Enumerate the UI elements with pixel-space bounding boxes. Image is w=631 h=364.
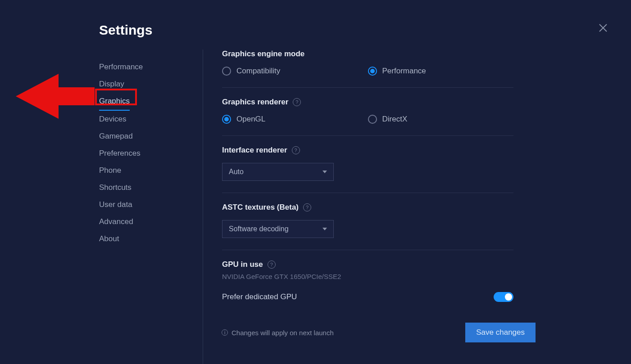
gpu-title-text: GPU in use xyxy=(222,260,263,269)
sidebar-item-display[interactable]: Display xyxy=(99,76,203,93)
sidebar-item-gamepad[interactable]: Gamepad xyxy=(99,128,203,145)
page-title: Settings xyxy=(99,22,203,38)
renderer-title-text: Graphics renderer xyxy=(222,98,288,107)
sidebar-item-shortcuts[interactable]: Shortcuts xyxy=(99,179,203,196)
sidebar-item-graphics[interactable]: Graphics xyxy=(99,93,130,111)
select-value: Software decoding xyxy=(229,225,289,233)
radio-opengl[interactable]: OpenGL xyxy=(222,115,368,124)
radio-performance[interactable]: Performance xyxy=(368,67,514,76)
astc-select[interactable]: Software decoding xyxy=(222,220,334,238)
radio-label: Performance xyxy=(382,67,426,76)
chevron-down-icon xyxy=(322,228,327,230)
interface-renderer-select[interactable]: Auto xyxy=(222,163,334,181)
radio-compatibility[interactable]: Compatibility xyxy=(222,67,368,76)
chevron-down-icon xyxy=(322,171,327,173)
gpu-title: GPU in use ? xyxy=(222,260,513,269)
prefer-gpu-toggle[interactable] xyxy=(494,292,513,302)
prefer-gpu-label: Prefer dedicated GPU xyxy=(222,292,297,301)
interface-renderer-title-text: Interface renderer xyxy=(222,146,287,155)
radio-label: DirectX xyxy=(382,115,408,124)
help-icon[interactable]: ? xyxy=(303,203,311,211)
radio-icon xyxy=(368,115,377,124)
sidebar-item-phone[interactable]: Phone xyxy=(99,162,203,179)
sidebar-item-advanced[interactable]: Advanced xyxy=(99,213,203,230)
gpu-detail: NVIDIA GeForce GTX 1650/PCIe/SSE2 xyxy=(222,273,513,280)
radio-icon xyxy=(368,67,377,76)
info-icon: i xyxy=(222,329,228,336)
radio-directx[interactable]: DirectX xyxy=(368,115,514,124)
sidebar: Settings Performance Display Graphics De… xyxy=(0,22,203,364)
help-icon[interactable]: ? xyxy=(268,261,276,269)
astc-title-text: ASTC textures (Beta) xyxy=(222,203,299,212)
interface-renderer-title: Interface renderer ? xyxy=(222,146,513,155)
sidebar-item-about[interactable]: About xyxy=(99,230,203,247)
help-icon[interactable]: ? xyxy=(293,98,301,106)
select-value: Auto xyxy=(229,168,244,176)
sidebar-item-devices[interactable]: Devices xyxy=(99,111,203,128)
footer-note: i Changes will apply on next launch xyxy=(222,329,334,337)
footer-note-text: Changes will apply on next launch xyxy=(232,329,334,337)
radio-icon xyxy=(222,67,231,76)
save-button[interactable]: Save changes xyxy=(465,323,536,342)
radio-label: OpenGL xyxy=(236,115,265,124)
engine-mode-title: Graphics engine mode xyxy=(222,49,513,58)
radio-icon xyxy=(222,115,231,124)
renderer-title: Graphics renderer ? xyxy=(222,98,513,107)
radio-label: Compatibility xyxy=(236,67,280,76)
help-icon[interactable]: ? xyxy=(292,146,300,154)
astc-title: ASTC textures (Beta) ? xyxy=(222,203,513,212)
sidebar-item-performance[interactable]: Performance xyxy=(99,58,203,76)
close-button[interactable] xyxy=(598,22,608,33)
sidebar-item-preferences[interactable]: Preferences xyxy=(99,145,203,162)
sidebar-item-userdata[interactable]: User data xyxy=(99,196,203,213)
content-area: Graphics engine mode Compatibility Perfo… xyxy=(203,49,536,364)
